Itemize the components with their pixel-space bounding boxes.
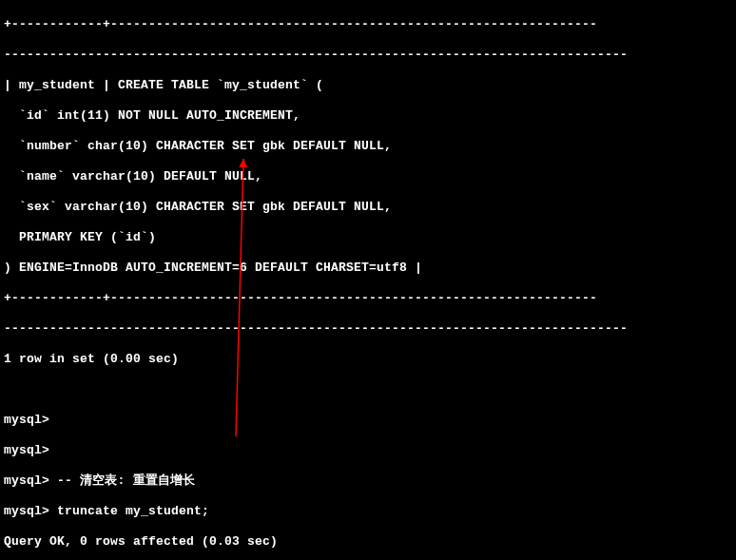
terminal-output: +------------+--------------------------…: [0, 0, 736, 560]
output-line: ) ENGINE=InnoDB AUTO_INCREMENT=6 DEFAULT…: [4, 261, 732, 276]
output-line: +------------+--------------------------…: [4, 291, 732, 306]
output-line: `number` char(10) CHARACTER SET gbk DEFA…: [4, 139, 732, 154]
output-line: `sex` varchar(10) CHARACTER SET gbk DEFA…: [4, 200, 732, 215]
output-line: ----------------------------------------…: [4, 48, 732, 63]
output-line: +------------+--------------------------…: [4, 17, 732, 32]
output-line: PRIMARY KEY (`id`): [4, 230, 732, 245]
prompt-line[interactable]: mysql>: [4, 413, 732, 428]
prompt-line[interactable]: mysql> -- 清空表: 重置自增长: [4, 473, 732, 489]
output-line: | my_student | CREATE TABLE `my_student`…: [4, 78, 732, 93]
output-line: `id` int(11) NOT NULL AUTO_INCREMENT,: [4, 108, 732, 124]
output-line: ----------------------------------------…: [4, 321, 732, 337]
prompt-line[interactable]: mysql> truncate my_student;: [4, 504, 732, 519]
output-line: Query OK, 0 rows affected (0.03 sec): [4, 534, 732, 550]
output-line: 1 row in set (0.00 sec): [4, 352, 732, 367]
prompt-line[interactable]: mysql>: [4, 443, 732, 458]
output-line: `name` varchar(10) DEFAULT NULL,: [4, 169, 732, 184]
output-line: [4, 382, 732, 397]
